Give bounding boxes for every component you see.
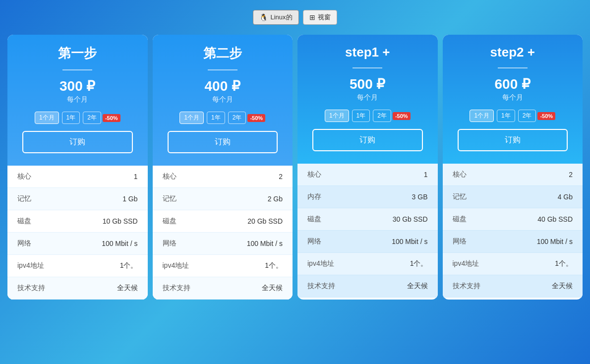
feature-value: 全天候 <box>552 282 573 291</box>
feature-row: 网络100 Mbit / s <box>297 231 438 253</box>
feature-label: ipv4地址 <box>307 259 334 268</box>
plan-title: 第二步 <box>160 45 286 62</box>
linux-label: Linux的 <box>270 13 292 22</box>
linux-btn[interactable]: 🐧 Linux的 <box>253 10 298 25</box>
feature-row: 记忆4 Gb <box>443 186 583 208</box>
billing-options: 1个月1年2年-50% <box>160 112 286 124</box>
plan-divider <box>208 69 237 70</box>
feature-label: 磁盘 <box>17 217 31 226</box>
feature-value: 100 Mbit / s <box>102 240 137 247</box>
plan-period: 每个月 <box>305 93 430 102</box>
feature-value: 1个。 <box>120 261 138 270</box>
feature-row: 技术支持全天候 <box>297 275 438 298</box>
billing-opt-1[interactable]: 1年 <box>62 112 80 124</box>
plan-period: 每个月 <box>15 95 140 104</box>
plan-title: step2 + <box>450 45 576 60</box>
feature-value: 1个。 <box>555 259 573 268</box>
linux-icon: 🐧 <box>259 13 268 21</box>
feature-row: 网络100 Mbit / s <box>153 233 293 255</box>
plan-header-plan4: step2 +600 ₽每个月1个月1年2年-50%订购 <box>443 35 583 164</box>
order-button[interactable]: 订购 <box>22 131 133 153</box>
discount-badge: -50% <box>537 112 555 120</box>
feature-label: 核心 <box>453 170 467 179</box>
feature-row: 磁盘20 Gb SSD <box>153 210 293 233</box>
billing-opt-1[interactable]: 1年 <box>207 112 225 124</box>
feature-row: 核心2 <box>443 164 583 186</box>
billing-opt-2year[interactable]: 2年 <box>228 112 246 124</box>
feature-label: 记忆 <box>17 194 31 203</box>
feature-value: 2 <box>279 173 283 181</box>
feature-row: ipv4地址1个。 <box>443 253 583 275</box>
feature-value: 40 Gb SSD <box>537 215 573 223</box>
windows-label: 视窗 <box>318 13 331 22</box>
billing-opt-0[interactable]: 1个月 <box>35 112 59 124</box>
feature-value: 20 Gb SSD <box>247 217 283 225</box>
feature-value: 3 GB <box>412 193 428 201</box>
plan-features: 核心1内存3 GB磁盘30 Gb SSD网络100 Mbit / sipv4地址… <box>297 164 438 298</box>
feature-row: 内存3 GB <box>297 186 438 208</box>
plan-header-plan1: 第一步300 ₽每个月1个月1年2年-50%订购 <box>7 35 148 166</box>
order-button[interactable]: 订购 <box>168 131 278 153</box>
feature-row: 记忆2 Gb <box>153 188 293 210</box>
plan-features: 核心2记忆4 Gb磁盘40 Gb SSD网络100 Mbit / sipv4地址… <box>443 164 583 298</box>
feature-value: 1 <box>134 173 138 181</box>
plan-divider <box>62 69 92 70</box>
feature-value: 全天候 <box>407 282 428 291</box>
feature-label: 核心 <box>307 170 321 179</box>
feature-label: ipv4地址 <box>17 261 44 270</box>
feature-label: ipv4地址 <box>453 259 479 268</box>
feature-row: 网络100 Mbit / s <box>443 231 583 253</box>
feature-row: ipv4地址1个。 <box>297 253 438 275</box>
billing-opt-0[interactable]: 1个月 <box>470 110 494 122</box>
plan-price: 600 ₽ <box>450 76 576 92</box>
feature-row: ipv4地址1个。 <box>7 255 148 277</box>
feature-label: 磁盘 <box>163 217 177 226</box>
plan-divider <box>353 67 382 68</box>
plan-price: 300 ₽ <box>15 78 140 94</box>
feature-row: 记忆1 Gb <box>7 188 148 210</box>
feature-value: 全天候 <box>117 284 138 293</box>
order-button[interactable]: 订购 <box>458 129 568 151</box>
feature-row: 磁盘10 Gb SSD <box>7 210 148 233</box>
feature-row: 磁盘30 Gb SSD <box>297 208 438 231</box>
billing-opt-2year[interactable]: 2年 <box>518 110 536 122</box>
feature-value: 2 Gb <box>268 195 283 203</box>
billing-opt-1[interactable]: 1年 <box>497 110 515 122</box>
plan-price: 500 ₽ <box>305 76 430 92</box>
feature-label: 技术支持 <box>17 284 45 293</box>
billing-opt-2year[interactable]: 2年 <box>83 112 101 124</box>
feature-label: ipv4地址 <box>163 261 189 270</box>
feature-label: 技术支持 <box>307 282 335 291</box>
feature-value: 100 Mbit / s <box>247 240 283 247</box>
discount-badge: -50% <box>393 112 411 120</box>
feature-value: 全天候 <box>262 284 283 293</box>
feature-label: 核心 <box>163 172 177 181</box>
feature-row: 技术支持全天候 <box>443 275 583 298</box>
billing-opt-2year[interactable]: 2年 <box>373 110 391 122</box>
plan-card-plan3: step1 +500 ₽每个月1个月1年2年-50%订购核心1内存3 GB磁盘3… <box>297 35 438 300</box>
plan-card-plan4: step2 +600 ₽每个月1个月1年2年-50%订购核心2记忆4 Gb磁盘4… <box>443 35 583 300</box>
feature-label: 磁盘 <box>453 215 467 224</box>
order-button[interactable]: 订购 <box>312 129 423 151</box>
billing-opt-1[interactable]: 1年 <box>352 110 370 122</box>
billing-options: 1个月1年2年-50% <box>450 110 576 122</box>
discount-badge: -50% <box>247 114 265 122</box>
plan-card-plan1: 第一步300 ₽每个月1个月1年2年-50%订购核心1记忆1 Gb磁盘10 Gb… <box>7 35 148 300</box>
feature-value: 10 Gb SSD <box>103 217 138 225</box>
plan-period: 每个月 <box>450 93 576 102</box>
feature-label: 技术支持 <box>163 284 190 293</box>
billing-opt-0[interactable]: 1个月 <box>179 112 204 124</box>
discount-badge: -50% <box>103 114 120 122</box>
feature-row: 磁盘40 Gb SSD <box>443 208 583 231</box>
feature-label: 内存 <box>307 192 321 201</box>
feature-value: 1个。 <box>265 261 283 270</box>
plan-title: step1 + <box>305 45 430 60</box>
feature-label: 磁盘 <box>307 215 321 224</box>
feature-row: ipv4地址1个。 <box>153 255 293 277</box>
plan-price: 400 ₽ <box>160 78 286 94</box>
feature-label: 网络 <box>17 239 31 248</box>
feature-row: 核心1 <box>7 166 148 188</box>
billing-opt-0[interactable]: 1个月 <box>325 110 349 122</box>
feature-value: 30 Gb SSD <box>393 215 428 223</box>
windows-btn[interactable]: ⊞ 视窗 <box>303 10 337 25</box>
